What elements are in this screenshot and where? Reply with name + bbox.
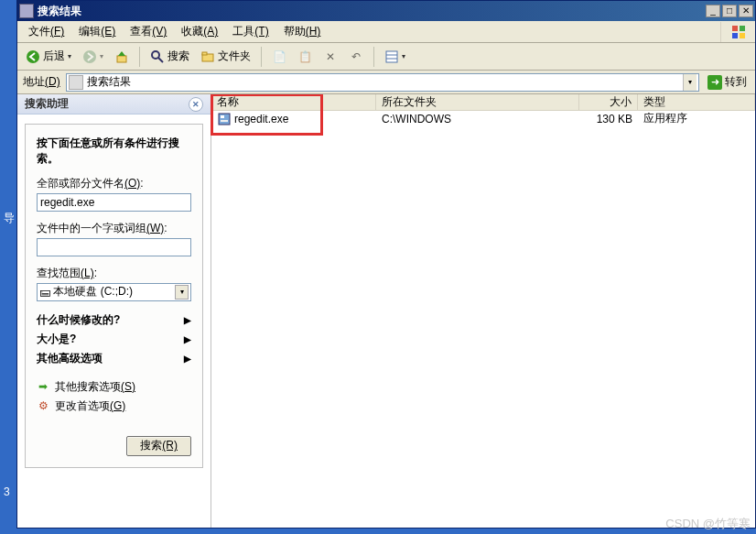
- svg-rect-16: [221, 120, 228, 122]
- lookin-select[interactable]: 🖴 本地硬盘 (C:;D:) ▾: [37, 283, 191, 301]
- chevron-right-icon: ▶: [184, 315, 191, 325]
- svg-rect-1: [740, 26, 745, 31]
- word-label: 文件中的一个字或词组(W):: [37, 221, 191, 236]
- client-area: 搜索助理 ✕ 按下面任意或所有条件进行搜索。 全部或部分文件名(O): 文件中的…: [17, 94, 755, 528]
- search-sidebar: 搜索助理 ✕ 按下面任意或所有条件进行搜索。 全部或部分文件名(O): 文件中的…: [17, 94, 211, 528]
- chevron-right-icon: ▶: [184, 334, 191, 344]
- panel-title: 按下面任意或所有条件进行搜索。: [37, 136, 191, 167]
- delete-button[interactable]: ✕: [319, 47, 342, 67]
- address-dropdown[interactable]: ▾: [683, 74, 697, 91]
- word-input[interactable]: [37, 238, 191, 256]
- advanced-expander[interactable]: 其他高级选项▶: [37, 349, 191, 368]
- windows-flag-icon: [720, 22, 755, 42]
- menu-favorites[interactable]: 收藏(A): [174, 22, 225, 41]
- list-header: 名称 所在文件夹 大小 类型: [211, 94, 755, 111]
- menubar: 文件(F) 编辑(E) 查看(V) 收藏(A) 工具(T) 帮助(H): [17, 21, 755, 43]
- up-icon: [114, 49, 129, 64]
- svg-point-4: [27, 50, 39, 63]
- menu-tools[interactable]: 工具(T): [225, 22, 275, 41]
- col-type[interactable]: 类型: [638, 94, 755, 110]
- undo-button[interactable]: ↶: [344, 47, 368, 67]
- lookin-label: 查找范围(L):: [37, 266, 191, 281]
- go-icon: ➜: [707, 75, 722, 90]
- app-icon: [19, 4, 34, 18]
- copy-to-icon: 📋: [297, 49, 312, 64]
- when-modified-expander[interactable]: 什么时候修改的?▶: [37, 311, 191, 330]
- disk-icon: 🖴: [39, 286, 50, 299]
- search-icon: [150, 49, 165, 64]
- address-label: 地址(D): [21, 74, 62, 90]
- close-button[interactable]: ✕: [739, 5, 753, 17]
- views-button[interactable]: ▾: [380, 47, 410, 67]
- addressbar: 地址(D) 搜索结果 ▾ ➜ 转到: [17, 71, 755, 94]
- menu-view[interactable]: 查看(V): [123, 22, 174, 41]
- col-size[interactable]: 大小: [579, 94, 638, 110]
- address-text: 搜索结果: [87, 74, 679, 90]
- search-button[interactable]: 搜索: [146, 47, 194, 67]
- arrow-right-icon: ➡: [37, 380, 49, 393]
- svg-rect-3: [740, 33, 745, 38]
- window-title: 搜索结果: [38, 4, 704, 19]
- address-input[interactable]: 搜索结果 ▾: [66, 73, 699, 92]
- search-panel: 按下面任意或所有条件进行搜索。 全部或部分文件名(O): 文件中的一个字或词组(…: [25, 124, 203, 468]
- back-button[interactable]: 后退▾: [21, 47, 76, 67]
- desktop-label: 导: [4, 211, 15, 226]
- delete-icon: ✕: [323, 49, 338, 64]
- copy-to-button[interactable]: 📋: [293, 47, 317, 67]
- filename-label: 全部或部分文件名(O):: [37, 176, 191, 191]
- collapse-icon[interactable]: ✕: [189, 97, 203, 112]
- views-icon: [384, 49, 399, 64]
- svg-rect-2: [732, 33, 738, 38]
- address-icon: [69, 75, 83, 90]
- folders-button[interactable]: 文件夹: [196, 47, 255, 67]
- col-name[interactable]: 名称: [211, 94, 376, 110]
- list-item[interactable]: regedit.exe C:\WINDOWS 130 KB 应用程序: [211, 111, 755, 126]
- undo-icon: ↶: [349, 49, 363, 64]
- desktop-label-2: 3: [4, 485, 10, 498]
- move-to-button[interactable]: 📄: [267, 47, 291, 67]
- forward-icon: [82, 49, 97, 64]
- menu-file[interactable]: 文件(F): [21, 22, 71, 41]
- toolbar: 后退▾ ▾ 搜索 文件夹 📄 📋 ✕ ↶ ▾: [17, 43, 755, 71]
- menu-edit[interactable]: 编辑(E): [71, 22, 123, 41]
- svg-point-7: [152, 51, 159, 59]
- menu-help[interactable]: 帮助(H): [276, 22, 329, 41]
- move-to-icon: 📄: [272, 49, 286, 64]
- other-search-link[interactable]: ➡ 其他搜索选项(S): [37, 377, 191, 397]
- forward-button[interactable]: ▾: [78, 47, 108, 67]
- list-rows: regedit.exe C:\WINDOWS 130 KB 应用程序: [211, 111, 755, 528]
- item-name: regedit.exe: [234, 113, 288, 125]
- item-size: 130 KB: [579, 113, 638, 125]
- folders-icon: [200, 49, 215, 64]
- titlebar[interactable]: 搜索结果 _ □ ✕: [17, 1, 755, 21]
- preferences-icon: ⚙: [37, 399, 49, 412]
- go-button[interactable]: ➜ 转到: [703, 72, 751, 93]
- svg-rect-0: [732, 26, 738, 31]
- change-pref-link[interactable]: ⚙ 更改首选项(G): [37, 397, 191, 416]
- svg-rect-6: [117, 56, 126, 62]
- sidebar-header: 搜索助理 ✕: [17, 94, 211, 114]
- svg-rect-15: [221, 115, 224, 118]
- lookin-dropdown[interactable]: ▾: [175, 285, 189, 300]
- watermark: CSDN @竹等寒: [665, 516, 751, 532]
- size-expander[interactable]: 大小是?▶: [37, 330, 191, 349]
- svg-point-5: [83, 50, 96, 63]
- minimize-button[interactable]: _: [706, 5, 720, 17]
- svg-rect-14: [219, 114, 230, 125]
- exe-icon: [217, 112, 232, 126]
- item-folder: C:\WINDOWS: [376, 113, 579, 125]
- item-type: 应用程序: [638, 111, 755, 126]
- chevron-right-icon: ▶: [184, 354, 191, 364]
- maximize-button[interactable]: □: [722, 5, 737, 17]
- svg-line-8: [158, 58, 163, 62]
- back-icon: [26, 49, 40, 64]
- results-list: 名称 所在文件夹 大小 类型 regedit.exe C:\WINDOWS 13…: [211, 94, 755, 528]
- up-button[interactable]: [110, 47, 134, 67]
- svg-rect-10: [202, 52, 207, 55]
- search-button[interactable]: 搜索(R): [126, 436, 191, 456]
- filename-input[interactable]: [37, 193, 191, 212]
- window: 搜索结果 _ □ ✕ 文件(F) 编辑(E) 查看(V) 收藏(A) 工具(T)…: [16, 0, 756, 529]
- svg-rect-11: [386, 51, 397, 62]
- col-folder[interactable]: 所在文件夹: [376, 94, 579, 110]
